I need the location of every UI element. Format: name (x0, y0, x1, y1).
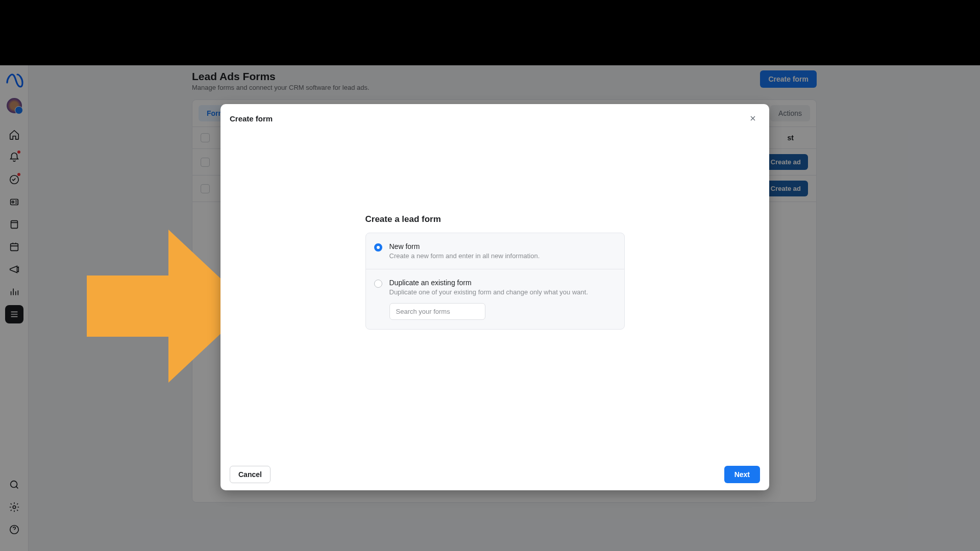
option-new-form-label: New form (389, 242, 614, 251)
radio-new-form[interactable] (374, 243, 382, 252)
option-new-form[interactable]: New form Create a new form and enter in … (366, 233, 624, 269)
radio-duplicate-form[interactable] (374, 280, 382, 288)
form-options-group: New form Create a new form and enter in … (365, 233, 625, 330)
top-black-bar (0, 0, 980, 65)
option-duplicate-form-desc: Duplicate one of your existing form and … (389, 288, 614, 296)
modal-section-title: Create a lead form (365, 214, 625, 224)
modal-title: Create form (230, 114, 273, 123)
option-new-form-desc: Create a new form and enter in all new i… (389, 252, 614, 260)
create-form-modal: Create form Create a lead form New form … (220, 104, 769, 490)
close-icon[interactable] (746, 111, 760, 126)
next-button[interactable]: Next (724, 466, 760, 483)
option-duplicate-form-label: Duplicate an existing form (389, 279, 614, 287)
option-duplicate-form[interactable]: Duplicate an existing form Duplicate one… (366, 269, 624, 329)
search-forms-input[interactable] (389, 303, 485, 320)
cancel-button[interactable]: Cancel (230, 466, 271, 483)
